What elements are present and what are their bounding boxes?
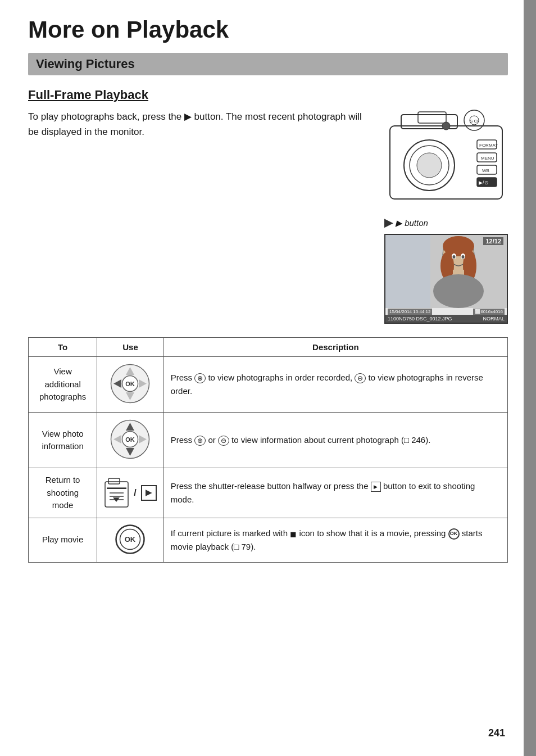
table-header-to: To xyxy=(29,338,97,357)
table-row: View additionalphotographs OK xyxy=(29,357,508,413)
slash-separator: / xyxy=(134,488,136,498)
photo-info-right: NORMAL xyxy=(483,316,505,322)
svg-text:OK: OK xyxy=(125,535,136,544)
intro-row: To play photographs back, press the ▶ bu… xyxy=(28,109,508,324)
table-cell-desc-4: If current picture is marked with ◼ icon… xyxy=(163,518,507,562)
shutter-icon xyxy=(104,477,129,508)
camera-illustration: S Cl FORMAT MENU WB ▶/⊙ xyxy=(384,109,508,210)
photo-info: 1100ND750 DSC_0012.JPG NORMAL xyxy=(385,315,507,323)
table-cell-desc-2: Press ⊕ or ⊖ to view information about c… xyxy=(163,413,507,468)
play-triangle-icon xyxy=(384,219,393,228)
info-table: To Use Description View additionalphotog… xyxy=(28,337,508,563)
table-cell-to-3: Return toshooting mode xyxy=(29,468,97,518)
photo-datetime: 15/04/2014 10:44:12 xyxy=(388,309,432,315)
table-cell-to-4: Play movie xyxy=(29,518,97,562)
button-label-text: ▶ button xyxy=(396,218,428,228)
intro-images: S Cl FORMAT MENU WB ▶/⊙ ▶ button 12/12 xyxy=(384,109,508,324)
play-triangle xyxy=(146,490,152,496)
page-title: More on Playback xyxy=(28,17,508,43)
table-cell-use-2: OK xyxy=(97,413,163,468)
svg-text:WB: WB xyxy=(482,168,489,173)
subsection-title: Full-Frame Playback xyxy=(28,88,508,102)
svg-rect-36 xyxy=(105,482,128,507)
svg-rect-37 xyxy=(108,478,120,484)
svg-text:FORMAT: FORMAT xyxy=(479,143,498,148)
section-header-label: Viewing Pictures xyxy=(36,57,500,71)
table-cell-desc-3: Press the shutter-release button halfway… xyxy=(163,468,507,518)
side-tab xyxy=(524,0,536,756)
table-cell-use-3: / xyxy=(97,468,163,518)
table-header-description: Description xyxy=(163,338,507,357)
table-cell-to-2: View photoinformation xyxy=(29,413,97,468)
table-cell-use-4: OK xyxy=(97,518,163,562)
svg-rect-2 xyxy=(418,112,446,123)
svg-point-6 xyxy=(442,122,450,130)
ok-button-icon: OK xyxy=(115,524,146,555)
playback-counter: 12/12 xyxy=(483,237,503,245)
dpad-icon-2: OK xyxy=(109,418,151,460)
intro-text: To play photographs back, press the ▶ bu… xyxy=(28,109,367,324)
button-label: ▶ button xyxy=(384,218,428,228)
dpad-icon-1: OK xyxy=(109,363,151,405)
playback-screen: 12/12 xyxy=(384,234,508,324)
photo-resolution: ⬜6016x4016 xyxy=(473,309,505,315)
playback-button-icon xyxy=(141,485,157,501)
table-cell-use-1: OK xyxy=(97,357,163,413)
svg-point-27 xyxy=(453,255,456,259)
svg-text:OK: OK xyxy=(126,436,135,443)
table-row: View photoinformation OK Press ⊕ xyxy=(29,413,508,468)
svg-rect-29 xyxy=(385,235,430,308)
table-row: Play movie OK If current picture is mark… xyxy=(29,518,508,562)
table-cell-to-1: View additionalphotographs xyxy=(29,357,97,413)
svg-point-24 xyxy=(433,274,484,308)
svg-point-28 xyxy=(462,255,465,259)
table-row: Return toshooting mode xyxy=(29,468,508,518)
table-header-use: Use xyxy=(97,338,163,357)
playback-photo-svg xyxy=(385,235,508,308)
photo-info-left: 1100ND750 DSC_0012.JPG xyxy=(388,316,452,322)
page-number: 241 xyxy=(488,727,505,739)
svg-text:▶/⊙: ▶/⊙ xyxy=(479,180,489,185)
svg-point-9 xyxy=(417,153,442,178)
svg-rect-0 xyxy=(390,126,502,199)
table-cell-desc-1: Press ⊕ to view photographs in order rec… xyxy=(163,357,507,413)
svg-text:S Cl: S Cl xyxy=(470,119,478,124)
svg-text:MENU: MENU xyxy=(481,156,494,161)
section-header: Viewing Pictures xyxy=(28,53,508,75)
svg-text:OK: OK xyxy=(126,381,135,387)
